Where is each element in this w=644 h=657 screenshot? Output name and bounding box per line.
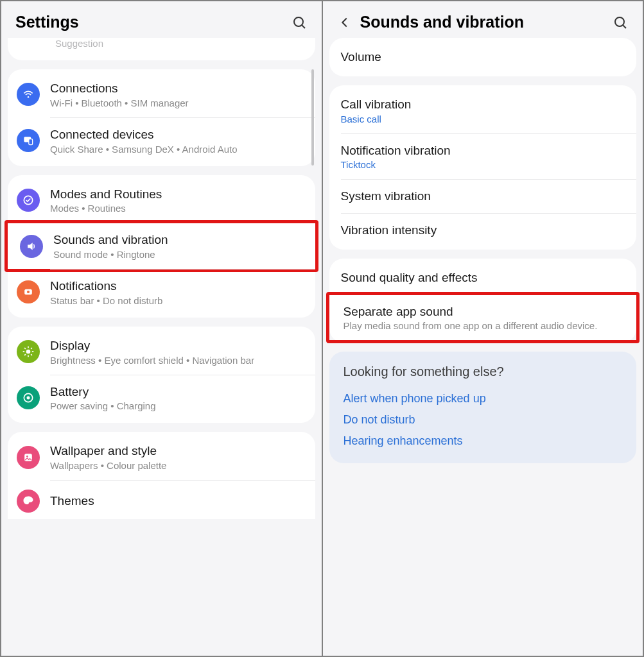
item-title: Call vibration — [341, 97, 412, 112]
item-title: Notifications — [50, 278, 162, 294]
highlight-separate-app-sound: Separate app sound Play media sound from… — [326, 292, 640, 344]
svg-line-1 — [302, 25, 305, 28]
item-system-vibration[interactable]: System vibration — [329, 180, 637, 213]
item-title: Connected devices — [50, 127, 238, 142]
svg-point-7 — [27, 291, 30, 293]
settings-header: Settings — [1, 1, 322, 38]
svg-line-22 — [623, 25, 627, 28]
item-title: System vibration — [341, 189, 431, 204]
svg-point-8 — [26, 350, 31, 354]
settings-group: Display Brightness • Eye comfort shield … — [8, 327, 315, 423]
sounds-pane: Sounds and vibration Volume Call vibrati… — [323, 1, 643, 656]
settings-item-wallpaper[interactable]: Wallpaper and style Wallpapers • Colour … — [8, 434, 315, 480]
sounds-scroll[interactable]: Volume Call vibration Basic call Notific… — [323, 38, 643, 656]
sounds-header: Sounds and vibration — [323, 1, 643, 38]
item-subtitle: Basic call — [341, 114, 412, 124]
settings-item-display[interactable]: Display Brightness • Eye comfort shield … — [8, 329, 315, 375]
settings-item-sounds-and-vibration[interactable]: Sounds and vibration Sound mode • Ringto… — [8, 223, 315, 269]
item-subtitle: Wi-Fi • Bluetooth • SIM manager — [50, 98, 189, 108]
notifications-icon — [17, 280, 40, 303]
item-subtitle: Power saving • Charging — [50, 400, 156, 411]
item-subtitle: Modes • Routines — [50, 203, 162, 214]
item-subtitle: Status bar • Do not disturb — [50, 295, 162, 306]
battery-icon — [17, 386, 40, 409]
item-separate-app-sound[interactable]: Separate app sound Play media sound from… — [329, 295, 637, 341]
settings-pane: Settings Suggestion Connections Wi-Fi • … — [1, 1, 322, 656]
settings-scroll[interactable]: Suggestion Connections Wi-Fi • Bluetooth… — [1, 38, 322, 656]
modes-icon — [17, 189, 40, 212]
settings-item-modes[interactable]: Modes and Routines Modes • Routines — [8, 178, 315, 223]
settings-group: Connections Wi-Fi • Bluetooth • SIM mana… — [8, 69, 315, 166]
svg-line-16 — [31, 348, 32, 349]
wallpaper-icon — [17, 446, 40, 469]
svg-point-20 — [26, 456, 28, 457]
looking-for-title: Looking for something else? — [344, 364, 623, 379]
page-title: Sounds and vibration — [360, 13, 605, 31]
item-title: Battery — [50, 384, 156, 400]
svg-line-13 — [24, 348, 26, 349]
svg-point-2 — [28, 96, 30, 98]
sounds-group: Sound quality and effects Separate app s… — [329, 259, 637, 343]
devices-icon — [17, 129, 40, 152]
page-title: Settings — [15, 13, 283, 31]
settings-item-notifications[interactable]: Notifications Status bar • Do not distur… — [8, 269, 315, 315]
settings-item-themes[interactable]: Themes — [8, 481, 315, 516]
item-title: Connections — [50, 81, 189, 96]
looking-link-hearing[interactable]: Hearing enhancements — [344, 431, 623, 452]
search-icon[interactable] — [291, 14, 308, 31]
settings-item-connections[interactable]: Connections Wi-Fi • Bluetooth • SIM mana… — [8, 72, 315, 117]
svg-rect-4 — [29, 139, 33, 145]
item-title: Vibration intensity — [341, 223, 437, 238]
settings-group: Modes and Routines Modes • Routines Soun… — [8, 175, 315, 318]
suggestion-label: Suggestion — [8, 38, 315, 58]
themes-icon — [17, 490, 40, 513]
display-icon — [17, 340, 40, 363]
item-subtitle: Ticktock — [341, 159, 451, 170]
sound-icon — [20, 235, 43, 258]
highlight-sounds-and-vibration: Sounds and vibration Sound mode • Ringto… — [4, 220, 318, 272]
svg-point-21 — [615, 17, 624, 26]
item-title: Sounds and vibration — [53, 232, 168, 248]
looking-link-dnd[interactable]: Do not disturb — [344, 409, 623, 431]
sounds-group: Volume — [329, 38, 637, 76]
suggestion-card-partial: Suggestion — [8, 38, 315, 60]
item-subtitle: Sound mode • Ringtone — [53, 249, 168, 260]
item-notification-vibration[interactable]: Notification vibration Ticktock — [329, 134, 637, 180]
item-title: Display — [50, 338, 254, 354]
settings-item-connected-devices[interactable]: Connected devices Quick Share • Samsung … — [8, 118, 315, 164]
item-title: Volume — [341, 49, 381, 65]
item-subtitle: Play media sound from one app on a diffe… — [344, 320, 598, 331]
item-title: Wallpaper and style — [50, 443, 166, 459]
looking-link-alert[interactable]: Alert when phone picked up — [344, 388, 623, 409]
svg-line-14 — [31, 354, 32, 355]
looking-for-card: Looking for something else? Alert when p… — [329, 352, 637, 463]
svg-point-0 — [294, 17, 303, 26]
item-call-vibration[interactable]: Call vibration Basic call — [329, 88, 637, 133]
item-subtitle: Brightness • Eye comfort shield • Naviga… — [50, 355, 254, 366]
item-title: Modes and Routines — [50, 187, 162, 202]
item-title: Sound quality and effects — [341, 270, 478, 286]
item-subtitle: Wallpapers • Colour palette — [50, 460, 166, 471]
item-volume[interactable]: Volume — [329, 40, 637, 74]
back-icon[interactable] — [337, 15, 352, 30]
search-icon[interactable] — [612, 14, 629, 31]
svg-line-15 — [24, 354, 26, 355]
settings-item-battery[interactable]: Battery Power saving • Charging — [8, 375, 315, 421]
wifi-icon — [17, 83, 40, 106]
item-title: Separate app sound — [344, 304, 598, 320]
settings-group: Wallpaper and style Wallpapers • Colour … — [8, 432, 315, 519]
item-sound-quality[interactable]: Sound quality and effects — [329, 261, 637, 294]
item-subtitle: Quick Share • Samsung DeX • Android Auto — [50, 144, 238, 155]
sounds-group: Call vibration Basic call Notification v… — [329, 85, 637, 250]
item-vibration-intensity[interactable]: Vibration intensity — [329, 214, 637, 247]
item-title: Themes — [50, 493, 94, 509]
item-title: Notification vibration — [341, 143, 451, 158]
svg-point-18 — [27, 396, 30, 399]
